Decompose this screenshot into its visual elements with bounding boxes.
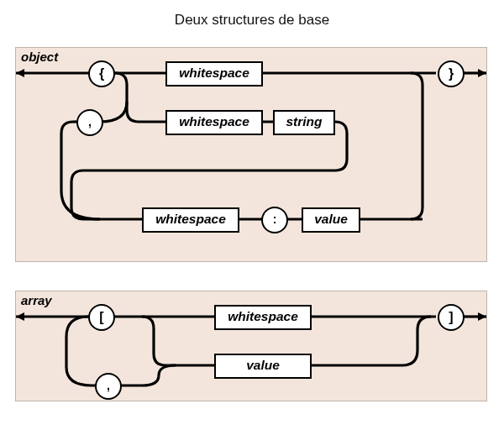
page-title: Deux structures de base <box>0 0 504 29</box>
colon-terminal: : <box>261 207 288 233</box>
open-bracket-terminal: [ <box>88 304 115 331</box>
svg-marker-1 <box>16 69 24 77</box>
array-diagram: array [ ] , whitespace value <box>15 291 487 401</box>
svg-marker-11 <box>478 312 486 321</box>
open-brace-terminal: { <box>88 60 115 87</box>
svg-marker-3 <box>478 69 486 77</box>
whitespace-box-3: whitespace <box>142 207 239 233</box>
value-box-2: value <box>214 354 312 379</box>
comma-terminal-2: , <box>95 373 122 400</box>
whitespace-box-2: whitespace <box>165 110 263 135</box>
close-brace-terminal: } <box>438 60 465 87</box>
whitespace-box: whitespace <box>214 305 312 330</box>
comma-terminal: , <box>76 109 103 136</box>
whitespace-box-1: whitespace <box>165 61 263 87</box>
object-diagram: object { } <box>15 47 487 262</box>
close-bracket-terminal: ] <box>438 304 465 331</box>
svg-marker-9 <box>16 312 24 321</box>
value-box: value <box>302 207 360 233</box>
string-box: string <box>273 110 335 135</box>
